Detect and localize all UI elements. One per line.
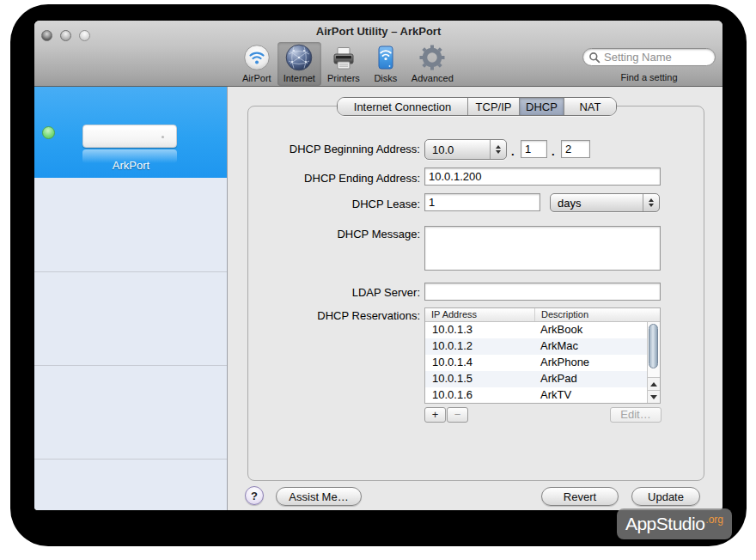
cell-description: ArkMac (535, 338, 647, 355)
toolbar: AirPort (236, 42, 460, 86)
table-scrollbar[interactable] (647, 322, 660, 403)
table-body: 10.0.1.3ArkBook10.0.1.2ArkMac10.0.1.4Ark… (425, 322, 647, 403)
title-toolbar: AirPort Utility – ArkPort AirPort (34, 21, 722, 87)
dhcp-message-field[interactable] (424, 226, 661, 271)
appstudio-watermark: AppStudio .org (617, 508, 732, 539)
toolbar-item-printers[interactable]: Printers (321, 42, 366, 86)
toolbar-label: AirPort (242, 73, 271, 83)
find-a-setting-caption: Find a setting (582, 72, 716, 82)
toolbar-item-internet[interactable]: Internet (277, 42, 321, 86)
dhcp-reservations-label: DHCP Reservations: (232, 309, 420, 322)
airport-icon (243, 44, 271, 71)
cell-ip-address: 10.0.1.2 (425, 338, 535, 355)
ldap-server-field[interactable] (424, 283, 661, 301)
toolbar-label: Advanced (412, 73, 454, 83)
tab-nat[interactable]: NAT (564, 98, 616, 115)
edit-reservation-button[interactable]: Edit… (610, 407, 662, 423)
tab-internet-connection[interactable]: Internet Connection (338, 98, 468, 115)
toolbar-label: Internet (284, 73, 315, 83)
sidebar-empty-row (34, 366, 227, 460)
cell-ip-address: 10.0.1.4 (425, 355, 535, 371)
disk-icon (372, 44, 399, 71)
watermark-tld: .org (705, 514, 723, 526)
sidebar-empty-row (34, 272, 227, 366)
remove-reservation-button[interactable]: − (447, 407, 468, 423)
arrow-up-icon (650, 382, 657, 387)
airport-utility-window: AirPort Utility – ArkPort AirPort (34, 21, 722, 510)
cell-description: ArkBook (535, 322, 647, 338)
device-name: ArkPort (34, 159, 228, 172)
cell-ip-address: 10.0.1.3 (425, 322, 535, 338)
octet3-field[interactable] (521, 140, 547, 158)
table-row[interactable]: 10.0.1.5ArkPad (425, 371, 647, 387)
popup-value: 10.0 (425, 143, 490, 156)
octet4-field[interactable] (561, 140, 590, 158)
device-sidebar: ArkPort (34, 87, 228, 510)
stepper-arrows-icon (490, 140, 506, 159)
tab-bar: Internet Connection TCP/IP DHCP NAT (337, 97, 617, 116)
table-row[interactable]: 10.0.1.2ArkMac (425, 338, 647, 355)
table-row[interactable]: 10.0.1.4ArkPhone (425, 355, 647, 371)
gear-icon (418, 44, 446, 71)
sidebar-empty-row (34, 460, 227, 509)
toolbar-label: Printers (327, 73, 360, 83)
airport-device-image (82, 125, 177, 148)
ending-address-field[interactable] (424, 167, 661, 186)
update-button[interactable]: Update (631, 487, 700, 506)
ldap-server-label: LDAP Server: (232, 286, 420, 299)
dhcp-lease-field[interactable] (424, 193, 540, 211)
octet-separator: . (552, 145, 555, 158)
table-row[interactable]: 10.0.1.3ArkBook (425, 322, 647, 338)
revert-button[interactable]: Revert (541, 487, 619, 506)
toolbar-item-disks[interactable]: Disks (366, 42, 405, 86)
tab-dhcp[interactable]: DHCP (520, 98, 564, 115)
toolbar-label: Disks (374, 73, 397, 83)
device-led (162, 136, 164, 138)
scrollbar-thumb[interactable] (649, 324, 658, 368)
dhcp-lease-label: DHCP Lease: (232, 198, 420, 210)
window-title: AirPort Utility – ArkPort (34, 25, 722, 38)
dhcp-message-label: DHCP Message: (232, 228, 420, 240)
reservations-table: IP Address Description 10.0.1.3ArkBook10… (424, 307, 661, 404)
toolbar-item-advanced[interactable]: Advanced (405, 42, 460, 86)
sidebar-item-arkport[interactable]: ArkPort (34, 87, 227, 178)
cell-description: ArkTV (535, 387, 647, 404)
scroll-up-button[interactable] (648, 377, 660, 390)
ending-address-label: DHCP Ending Address: (232, 172, 420, 185)
toolbar-item-airport[interactable]: AirPort (236, 42, 277, 86)
help-button[interactable]: ? (245, 486, 264, 505)
printer-icon (330, 44, 357, 71)
cell-description: ArkPhone (535, 355, 647, 371)
assist-me-button[interactable]: Assist Me… (276, 487, 362, 506)
sidebar-empty-row (34, 178, 227, 272)
cell-description: ArkPad (535, 371, 647, 387)
stepper-arrows-icon (643, 194, 659, 211)
scroll-down-button[interactable] (648, 390, 660, 403)
cell-ip-address: 10.0.1.5 (425, 371, 535, 387)
search-field-wrap (582, 48, 716, 66)
beginning-address-popup[interactable]: 10.0 (424, 139, 507, 160)
search-input[interactable] (582, 48, 716, 66)
lease-unit-popup[interactable]: days (550, 193, 660, 212)
beginning-address-label: DHCP Beginning Address: (232, 143, 420, 155)
search-icon (588, 52, 601, 64)
column-header-ip[interactable]: IP Address (425, 308, 535, 321)
add-reservation-button[interactable]: + (424, 407, 446, 423)
octet-separator: . (511, 145, 515, 158)
cell-ip-address: 10.0.1.6 (425, 387, 535, 404)
arrow-down-icon (650, 395, 657, 399)
tab-tcpip[interactable]: TCP/IP (468, 98, 520, 115)
column-header-description[interactable]: Description (535, 308, 660, 321)
status-dot-green (42, 126, 55, 139)
watermark-name: AppStudio (625, 514, 704, 534)
table-header: IP Address Description (425, 308, 660, 322)
internet-globe-icon (285, 44, 313, 71)
table-row[interactable]: 10.0.1.6ArkTV (425, 387, 647, 404)
popup-value: days (551, 197, 643, 210)
